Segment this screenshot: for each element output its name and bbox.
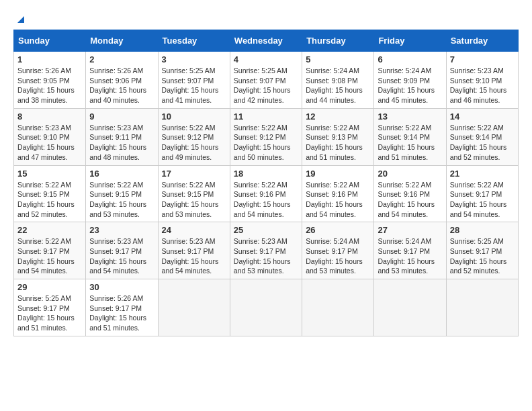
svg-marker-0 bbox=[17, 16, 24, 23]
week-row-1: 1Sunrise: 5:26 AM Sunset: 9:05 PM Daylig… bbox=[14, 52, 519, 109]
calendar-cell: 14Sunrise: 5:22 AM Sunset: 9:14 PM Dayli… bbox=[446, 108, 518, 165]
day-number: 25 bbox=[234, 225, 298, 235]
day-number: 16 bbox=[89, 169, 154, 179]
calendar-cell: 20Sunrise: 5:22 AM Sunset: 9:16 PM Dayli… bbox=[374, 165, 446, 222]
header-saturday: Saturday bbox=[446, 30, 518, 52]
day-info: Sunrise: 5:22 AM Sunset: 9:16 PM Dayligh… bbox=[378, 180, 442, 220]
day-info: Sunrise: 5:22 AM Sunset: 9:15 PM Dayligh… bbox=[162, 180, 226, 220]
day-number: 22 bbox=[17, 225, 82, 235]
calendar-cell bbox=[374, 279, 446, 336]
header-friday: Friday bbox=[374, 30, 446, 52]
week-row-2: 8Sunrise: 5:23 AM Sunset: 9:10 PM Daylig… bbox=[14, 108, 519, 165]
logo-arrow-icon bbox=[15, 13, 27, 26]
day-info: Sunrise: 5:25 AM Sunset: 9:07 PM Dayligh… bbox=[234, 66, 298, 105]
day-number: 26 bbox=[306, 225, 370, 235]
day-info: Sunrise: 5:23 AM Sunset: 9:10 PM Dayligh… bbox=[450, 66, 515, 105]
day-info: Sunrise: 5:24 AM Sunset: 9:17 PM Dayligh… bbox=[306, 236, 370, 276]
calendar-cell: 30Sunrise: 5:26 AM Sunset: 9:17 PM Dayli… bbox=[86, 279, 158, 336]
day-number: 24 bbox=[162, 225, 226, 235]
day-info: Sunrise: 5:26 AM Sunset: 9:05 PM Dayligh… bbox=[17, 66, 82, 105]
day-info: Sunrise: 5:22 AM Sunset: 9:16 PM Dayligh… bbox=[306, 180, 370, 220]
calendar-cell: 8Sunrise: 5:23 AM Sunset: 9:10 PM Daylig… bbox=[14, 108, 86, 165]
day-number: 28 bbox=[450, 225, 515, 235]
calendar-cell: 25Sunrise: 5:23 AM Sunset: 9:17 PM Dayli… bbox=[230, 222, 302, 279]
week-row-5: 29Sunrise: 5:25 AM Sunset: 9:17 PM Dayli… bbox=[14, 279, 519, 336]
day-number: 30 bbox=[89, 282, 154, 292]
day-info: Sunrise: 5:22 AM Sunset: 9:15 PM Dayligh… bbox=[89, 180, 154, 220]
day-number: 6 bbox=[378, 54, 442, 64]
day-info: Sunrise: 5:22 AM Sunset: 9:13 PM Dayligh… bbox=[306, 123, 370, 163]
calendar-cell: 29Sunrise: 5:25 AM Sunset: 9:17 PM Dayli… bbox=[14, 279, 86, 336]
day-info: Sunrise: 5:23 AM Sunset: 9:10 PM Dayligh… bbox=[17, 123, 82, 163]
week-row-3: 15Sunrise: 5:22 AM Sunset: 9:15 PM Dayli… bbox=[14, 165, 519, 222]
calendar-cell: 22Sunrise: 5:22 AM Sunset: 9:17 PM Dayli… bbox=[14, 222, 86, 279]
day-info: Sunrise: 5:23 AM Sunset: 9:17 PM Dayligh… bbox=[89, 236, 154, 276]
day-number: 10 bbox=[162, 111, 226, 122]
logo bbox=[13, 13, 28, 23]
day-info: Sunrise: 5:24 AM Sunset: 9:17 PM Dayligh… bbox=[378, 236, 442, 276]
day-info: Sunrise: 5:22 AM Sunset: 9:12 PM Dayligh… bbox=[234, 123, 298, 163]
day-info: Sunrise: 5:22 AM Sunset: 9:17 PM Dayligh… bbox=[17, 236, 82, 276]
day-number: 27 bbox=[378, 225, 442, 235]
day-number: 4 bbox=[234, 54, 298, 64]
calendar-cell: 21Sunrise: 5:22 AM Sunset: 9:17 PM Dayli… bbox=[446, 165, 518, 222]
day-number: 2 bbox=[89, 54, 154, 64]
day-number: 21 bbox=[450, 169, 515, 179]
calendar-cell bbox=[446, 279, 518, 336]
day-number: 15 bbox=[17, 169, 82, 179]
day-number: 23 bbox=[89, 225, 154, 235]
calendar-cell: 11Sunrise: 5:22 AM Sunset: 9:12 PM Dayli… bbox=[230, 108, 302, 165]
day-number: 20 bbox=[378, 169, 442, 179]
calendar-cell: 2Sunrise: 5:26 AM Sunset: 9:06 PM Daylig… bbox=[86, 52, 158, 109]
day-number: 9 bbox=[89, 111, 154, 122]
calendar-cell: 3Sunrise: 5:25 AM Sunset: 9:07 PM Daylig… bbox=[158, 52, 230, 109]
day-info: Sunrise: 5:22 AM Sunset: 9:16 PM Dayligh… bbox=[234, 180, 298, 220]
calendar-cell bbox=[158, 279, 230, 336]
day-number: 3 bbox=[162, 54, 226, 64]
header-row: SundayMondayTuesdayWednesdayThursdayFrid… bbox=[14, 30, 519, 52]
day-number: 14 bbox=[450, 111, 515, 122]
day-number: 5 bbox=[306, 54, 370, 64]
calendar-cell: 12Sunrise: 5:22 AM Sunset: 9:13 PM Dayli… bbox=[302, 108, 374, 165]
day-number: 18 bbox=[234, 169, 298, 179]
header-thursday: Thursday bbox=[302, 30, 374, 52]
day-info: Sunrise: 5:22 AM Sunset: 9:15 PM Dayligh… bbox=[17, 180, 82, 220]
calendar-cell: 7Sunrise: 5:23 AM Sunset: 9:10 PM Daylig… bbox=[446, 52, 518, 109]
day-info: Sunrise: 5:22 AM Sunset: 9:14 PM Dayligh… bbox=[378, 123, 442, 163]
day-info: Sunrise: 5:26 AM Sunset: 9:06 PM Dayligh… bbox=[89, 66, 154, 105]
day-info: Sunrise: 5:22 AM Sunset: 9:17 PM Dayligh… bbox=[450, 180, 515, 220]
page-header bbox=[13, 13, 519, 23]
day-number: 12 bbox=[306, 111, 370, 122]
header-wednesday: Wednesday bbox=[230, 30, 302, 52]
day-number: 19 bbox=[306, 169, 370, 179]
day-info: Sunrise: 5:25 AM Sunset: 9:17 PM Dayligh… bbox=[450, 236, 515, 276]
day-info: Sunrise: 5:26 AM Sunset: 9:17 PM Dayligh… bbox=[89, 293, 154, 333]
calendar-cell bbox=[302, 279, 374, 336]
day-info: Sunrise: 5:22 AM Sunset: 9:14 PM Dayligh… bbox=[450, 123, 515, 163]
calendar-cell: 19Sunrise: 5:22 AM Sunset: 9:16 PM Dayli… bbox=[302, 165, 374, 222]
calendar-cell bbox=[230, 279, 302, 336]
calendar-cell: 15Sunrise: 5:22 AM Sunset: 9:15 PM Dayli… bbox=[14, 165, 86, 222]
day-number: 13 bbox=[378, 111, 442, 122]
day-info: Sunrise: 5:24 AM Sunset: 9:08 PM Dayligh… bbox=[306, 66, 370, 105]
day-number: 8 bbox=[17, 111, 82, 122]
calendar-table: SundayMondayTuesdayWednesdayThursdayFrid… bbox=[13, 30, 519, 336]
day-number: 17 bbox=[162, 169, 226, 179]
day-number: 11 bbox=[234, 111, 298, 122]
calendar-cell: 17Sunrise: 5:22 AM Sunset: 9:15 PM Dayli… bbox=[158, 165, 230, 222]
calendar-cell: 24Sunrise: 5:23 AM Sunset: 9:17 PM Dayli… bbox=[158, 222, 230, 279]
day-info: Sunrise: 5:24 AM Sunset: 9:09 PM Dayligh… bbox=[378, 66, 442, 105]
header-sunday: Sunday bbox=[14, 30, 86, 52]
calendar-cell: 18Sunrise: 5:22 AM Sunset: 9:16 PM Dayli… bbox=[230, 165, 302, 222]
calendar-cell: 13Sunrise: 5:22 AM Sunset: 9:14 PM Dayli… bbox=[374, 108, 446, 165]
calendar-cell: 10Sunrise: 5:22 AM Sunset: 9:12 PM Dayli… bbox=[158, 108, 230, 165]
calendar-cell: 26Sunrise: 5:24 AM Sunset: 9:17 PM Dayli… bbox=[302, 222, 374, 279]
calendar-cell: 6Sunrise: 5:24 AM Sunset: 9:09 PM Daylig… bbox=[374, 52, 446, 109]
day-info: Sunrise: 5:23 AM Sunset: 9:17 PM Dayligh… bbox=[162, 236, 226, 276]
day-number: 1 bbox=[17, 54, 82, 64]
calendar-cell: 5Sunrise: 5:24 AM Sunset: 9:08 PM Daylig… bbox=[302, 52, 374, 109]
calendar-cell: 9Sunrise: 5:23 AM Sunset: 9:11 PM Daylig… bbox=[86, 108, 158, 165]
calendar-cell: 23Sunrise: 5:23 AM Sunset: 9:17 PM Dayli… bbox=[86, 222, 158, 279]
day-number: 29 bbox=[17, 282, 82, 292]
calendar-cell: 28Sunrise: 5:25 AM Sunset: 9:17 PM Dayli… bbox=[446, 222, 518, 279]
